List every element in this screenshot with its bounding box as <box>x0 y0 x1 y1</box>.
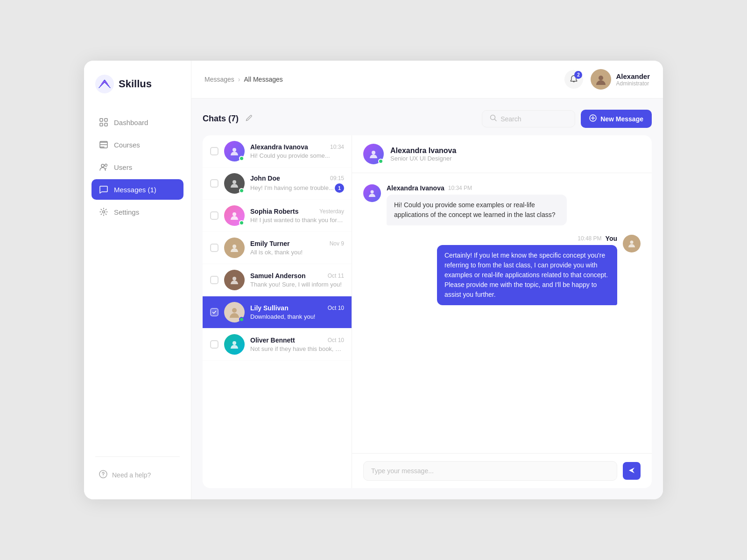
message-row-2: You 10:48 PM Certainly! If you let me kn… <box>363 235 641 305</box>
chat-checkbox-2[interactable] <box>210 179 218 188</box>
sidebar-item-dashboard[interactable]: Dashboard <box>92 112 183 133</box>
chat-time-1: 10:34 <box>330 144 344 150</box>
svg-point-6 <box>101 164 104 167</box>
svg-rect-4 <box>105 123 107 126</box>
msg-sender-1: Alexandra Ivanova <box>387 184 444 192</box>
svg-point-25 <box>371 190 374 194</box>
chat-preview-3: Hi! I just wanted to thank you for th... <box>250 217 344 224</box>
chat-info-5: Samuel Anderson Oct 11 Thank you! Sure, … <box>250 272 344 288</box>
help-icon <box>99 470 107 480</box>
svg-rect-2 <box>105 119 107 121</box>
message-row-1: Alexandra Ivanova 10:34 PM Hi! Could you… <box>363 184 641 225</box>
online-dot-1 <box>239 156 244 161</box>
svg-point-0 <box>95 75 114 93</box>
svg-line-13 <box>495 119 497 121</box>
svg-point-17 <box>233 148 236 152</box>
message-input[interactable] <box>363 461 617 481</box>
sidebar-divider <box>95 456 180 457</box>
svg-point-26 <box>630 241 634 244</box>
user-profile[interactable]: Alexander Administrator <box>591 69 650 90</box>
new-message-button[interactable]: New Message <box>581 110 652 128</box>
sidebar-item-settings[interactable]: Settings <box>92 202 183 222</box>
avatar-wrap-2 <box>224 173 245 194</box>
breadcrumb: Messages › All Messages <box>204 76 283 83</box>
users-icon <box>99 162 108 172</box>
courses-icon <box>99 140 108 149</box>
sidebar-item-courses[interactable]: Courses <box>92 134 183 155</box>
msg-content-1: Alexandra Ivanova 10:34 PM Hi! Could you… <box>387 184 567 225</box>
help-link[interactable]: Need a help? <box>84 464 191 485</box>
detail-online-dot <box>378 159 383 164</box>
messages-icon <box>99 185 108 194</box>
svg-point-11 <box>599 76 603 80</box>
avatar-7 <box>224 334 245 355</box>
dashboard-label: Dashboard <box>114 119 148 126</box>
chat-detail-header: Alexandra Ivanova Senior UX UI Designer <box>352 135 652 173</box>
avatar-wrap-5 <box>224 270 245 290</box>
search-icon <box>490 114 497 123</box>
app-name: Skillus <box>119 78 152 90</box>
chat-list-item-3[interactable]: Sophia Roberts Yesterday Hi! I just want… <box>203 200 352 232</box>
chat-time-5: Oct 11 <box>328 273 344 279</box>
chat-checkbox-4[interactable] <box>210 244 218 252</box>
search-new-area: New Message <box>482 110 652 128</box>
chat-list-panel: Alexandra Ivanova 10:34 Hi! Could you pr… <box>203 135 352 488</box>
svg-point-20 <box>233 245 236 248</box>
send-button[interactable] <box>623 462 641 480</box>
messages-label: Messages (1) <box>114 186 156 194</box>
sidebar-item-messages[interactable]: Messages (1) <box>92 179 183 200</box>
search-input[interactable] <box>500 115 567 123</box>
detail-avatar-wrap <box>363 144 384 164</box>
msg-content-2: You 10:48 PM Certainly! If you let me kn… <box>437 235 617 305</box>
chat-list-item-1[interactable]: Alexandra Ivanova 10:34 Hi! Could you pr… <box>203 135 352 168</box>
chat-name-5: Samuel Anderson <box>250 272 306 280</box>
avatar-4 <box>224 238 245 258</box>
chat-name-row-1: Alexandra Ivanova 10:34 <box>250 143 344 151</box>
chat-list-item-7[interactable]: Oliver Bennett Oct 10 Not sure if they h… <box>203 329 352 361</box>
edit-chats-button[interactable] <box>243 112 254 126</box>
avatar-wrap-7 <box>224 334 245 355</box>
sidebar-item-users[interactable]: Users <box>92 157 183 177</box>
chat-time-3: Yesterday <box>319 208 344 215</box>
dashboard-icon <box>99 118 108 127</box>
chat-preview-6: Downloaded, thank you! <box>250 313 344 320</box>
chat-checkbox-1[interactable] <box>210 147 218 155</box>
chat-list-item-5[interactable]: Samuel Anderson Oct 11 Thank you! Sure, … <box>203 264 352 296</box>
chat-list-item-4[interactable]: Emily Turner Nov 9 All is ok, thank you! <box>203 232 352 264</box>
user-info: Alexander Administrator <box>616 72 650 87</box>
msg-meta-1: Alexandra Ivanova 10:34 PM <box>387 184 567 192</box>
user-avatar <box>591 69 611 90</box>
breadcrumb-parent: Messages <box>204 76 234 83</box>
new-message-label: New Message <box>600 115 643 123</box>
avatar-wrap-6 <box>224 302 245 322</box>
chat-info-1: Alexandra Ivanova 10:34 Hi! Could you pr… <box>250 143 344 159</box>
app-container: Skillus Dashboard <box>84 61 663 499</box>
notifications-button[interactable]: 2 <box>564 70 583 89</box>
chat-detail-panel: Alexandra Ivanova Senior UX UI Designer <box>352 135 652 488</box>
chat-list-item-2[interactable]: John Doe 09:15 Hey! I'm having some trou… <box>203 168 352 200</box>
svg-rect-1 <box>100 119 103 121</box>
chat-name-row-2: John Doe 09:15 <box>250 175 344 182</box>
chat-name-row-7: Oliver Bennett Oct 10 <box>250 336 344 344</box>
search-box[interactable] <box>482 110 575 127</box>
chat-checkbox-5[interactable] <box>210 276 218 284</box>
chat-name-6: Lily Sullivan <box>250 304 289 312</box>
svg-rect-3 <box>100 123 103 126</box>
chat-checkbox-3[interactable] <box>210 211 218 220</box>
avatar-wrap-1 <box>224 141 245 161</box>
avatar-wrap-4 <box>224 238 245 258</box>
chat-checkbox-6[interactable] <box>210 308 218 316</box>
main-content: Messages › All Messages 2 <box>191 61 663 499</box>
chat-checkbox-7[interactable] <box>210 340 218 349</box>
chats-title-area: Chats (7) <box>203 112 254 126</box>
chat-time-7: Oct 10 <box>328 337 344 343</box>
msg-avatar-2 <box>623 235 641 252</box>
chat-time-4: Nov 9 <box>330 240 344 247</box>
msg-bubble-2: Certainly! If you let me know the specif… <box>437 245 617 305</box>
chat-list-item-6[interactable]: Lily Sullivan Oct 10 Downloaded, thank y… <box>203 296 352 329</box>
msg-time-1: 10:34 PM <box>448 185 472 191</box>
breadcrumb-separator: › <box>238 76 240 83</box>
chat-name-row-6: Lily Sullivan Oct 10 <box>250 304 344 312</box>
online-dot-3 <box>239 220 244 225</box>
svg-point-7 <box>105 164 107 167</box>
